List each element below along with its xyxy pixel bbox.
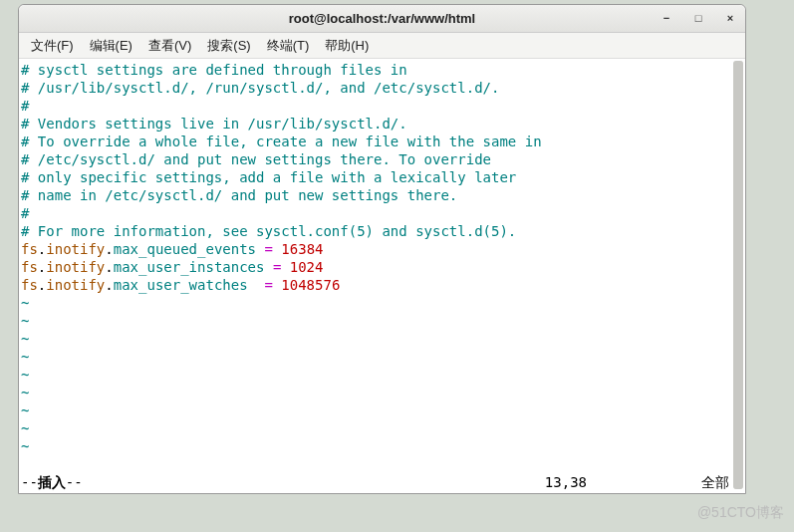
setting-val: 1024: [290, 259, 324, 275]
empty-line: ~: [21, 384, 743, 401]
status-dashes: --: [21, 473, 38, 491]
setting-prefix: fs: [21, 277, 38, 293]
empty-line: ~: [21, 330, 743, 348]
equals: =: [264, 241, 281, 257]
vim-mode: 插入: [38, 473, 66, 491]
menu-edit[interactable]: 编辑(E): [82, 35, 140, 57]
close-button[interactable]: ×: [721, 9, 739, 27]
empty-line: ~: [21, 348, 743, 366]
setting-line: fs.inotify.max_user_instances = 1024: [21, 258, 743, 276]
setting-mid: inotify: [46, 241, 105, 257]
comment-line: # To override a whole file, create a new…: [21, 133, 743, 150]
setting-mid: inotify: [46, 277, 105, 293]
dot: .: [105, 277, 113, 293]
watermark: @51CTO博客: [697, 504, 784, 522]
setting-key: max_queued_events: [114, 241, 256, 257]
terminal-window: root@localhost:/var/www/html − □ × 文件(F)…: [18, 4, 746, 494]
minimize-button[interactable]: −: [658, 9, 675, 27]
window-title: root@localhost:/var/www/html: [19, 11, 745, 26]
scrollbar[interactable]: [733, 61, 743, 489]
setting-key: max_user_instances: [114, 259, 265, 275]
setting-prefix: fs: [21, 241, 38, 257]
comment-line: #: [21, 204, 743, 222]
comment-line: # only specific settings, add a file wit…: [21, 168, 743, 186]
comment-line: # /etc/sysctl.d/ and put new settings th…: [21, 150, 743, 168]
empty-line: ~: [21, 401, 743, 419]
empty-line: ~: [21, 419, 743, 437]
comment-line: # Vendors settings live in /usr/lib/sysc…: [21, 115, 743, 133]
comment-line: # For more information, see sysctl.conf(…: [21, 222, 743, 240]
setting-prefix: fs: [21, 259, 38, 275]
vim-statusline: -- 插入 -- 13,38 全部: [21, 473, 731, 491]
dot: .: [105, 259, 113, 275]
menu-terminal[interactable]: 终端(T): [259, 35, 318, 57]
empty-line: ~: [21, 312, 743, 330]
comment-line: # sysctl settings are defined through fi…: [21, 61, 743, 79]
maximize-button[interactable]: □: [689, 9, 707, 27]
equals: =: [273, 259, 290, 275]
terminal-body[interactable]: # sysctl settings are defined through fi…: [19, 59, 745, 493]
status-dashes: --: [66, 473, 83, 491]
comment-line: # name in /etc/sysctl.d/ and put new set…: [21, 186, 743, 204]
menu-search[interactable]: 搜索(S): [199, 35, 258, 57]
setting-line: fs.inotify.max_queued_events = 16384: [21, 240, 743, 258]
empty-line: ~: [21, 366, 743, 384]
comment-line: # /usr/lib/sysctl.d/, /run/sysctl.d/, an…: [21, 79, 743, 97]
scroll-indicator: 全部: [701, 473, 729, 491]
setting-line: fs.inotify.max_user_watches = 1048576: [21, 276, 743, 294]
menu-file[interactable]: 文件(F): [23, 35, 82, 57]
scrollbar-thumb[interactable]: [733, 61, 743, 489]
empty-line: ~: [21, 437, 743, 455]
titlebar[interactable]: root@localhost:/var/www/html − □ ×: [19, 5, 745, 33]
setting-val: 16384: [281, 241, 323, 257]
menubar: 文件(F) 编辑(E) 查看(V) 搜索(S) 终端(T) 帮助(H): [19, 33, 745, 59]
cursor-position: 13,38: [545, 473, 587, 491]
empty-line: ~: [21, 294, 743, 312]
comment-line: #: [21, 97, 743, 115]
menu-help[interactable]: 帮助(H): [317, 35, 377, 57]
setting-mid: inotify: [46, 259, 105, 275]
setting-val: 1048576: [281, 277, 340, 293]
equals: =: [264, 277, 281, 293]
setting-key: max_user_watches: [114, 277, 248, 293]
menu-view[interactable]: 查看(V): [140, 35, 199, 57]
window-controls: − □ ×: [658, 9, 739, 27]
dot: .: [105, 241, 113, 257]
